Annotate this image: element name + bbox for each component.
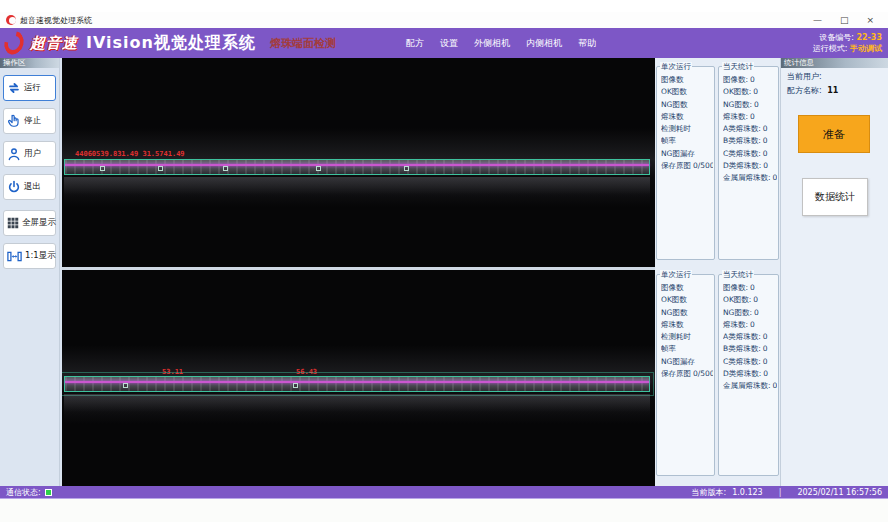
info-panel-caption: 统计信息 bbox=[781, 58, 888, 68]
menu-item[interactable]: 设置 bbox=[440, 37, 458, 50]
detection-marker bbox=[316, 166, 321, 171]
weld-strip-image bbox=[64, 159, 650, 175]
today-stats-groupbox: 当天统计 图像数:0OK图数:0NG图数:0熔珠数:0A类熔珠数:0B类熔珠数:… bbox=[718, 274, 779, 476]
laser-line bbox=[65, 164, 649, 166]
user-button-label: 用户 bbox=[24, 148, 41, 160]
fullscreen-button-label: 全屏显示 bbox=[22, 217, 56, 229]
stat-row: C类熔珠数:0 bbox=[723, 356, 777, 368]
comm-status-label: 通信状态: bbox=[6, 487, 41, 498]
stat-row: OK图数:0 bbox=[723, 294, 777, 306]
stat-row: OK图数 bbox=[661, 86, 713, 98]
main-menu: 配方设置外侧相机内侧相机帮助 bbox=[406, 37, 596, 50]
stop-button-label: 停止 bbox=[24, 115, 41, 127]
user-button[interactable]: 用户 bbox=[3, 141, 56, 167]
status-bar: 通信状态: 当前版本: 1.0.123 | 2025/02/11 16:57:5… bbox=[0, 486, 888, 499]
minimize-button[interactable]: — bbox=[813, 12, 822, 28]
stat-row: A类熔珠数:0 bbox=[723, 331, 777, 343]
one-to-one-button[interactable]: 1:1显示 bbox=[3, 243, 56, 269]
run-button[interactable]: 运行 bbox=[3, 75, 56, 101]
power-icon bbox=[7, 180, 21, 194]
menu-item[interactable]: 帮助 bbox=[578, 37, 596, 50]
strip-reflection bbox=[64, 394, 650, 424]
strip-reflection bbox=[64, 177, 650, 207]
one-to-one-icon bbox=[7, 250, 22, 263]
stop-hand-icon bbox=[7, 114, 21, 128]
exit-button-label: 退出 bbox=[24, 181, 41, 193]
exit-button[interactable]: 退出 bbox=[3, 174, 56, 200]
measurement-annotation: 53.11 bbox=[162, 368, 183, 376]
close-button[interactable]: × bbox=[866, 12, 874, 28]
menu-item[interactable]: 外侧相机 bbox=[474, 37, 510, 50]
brand-swoosh-icon bbox=[2, 32, 26, 54]
operation-sidebar: 操作区 运行 停止 用户 bbox=[0, 58, 60, 486]
detection-marker bbox=[158, 166, 163, 171]
user-icon bbox=[7, 147, 21, 161]
stat-row: B类熔珠数:0 bbox=[723, 343, 777, 355]
comm-status-indicator bbox=[45, 489, 52, 496]
stat-row: 帧率 bbox=[661, 343, 713, 355]
page-title: IVision视觉处理系统 bbox=[86, 33, 256, 54]
app-window: 超音速视觉处理系统 — □ × 超音速 IVision视觉处理系统 熔珠端面检测… bbox=[0, 0, 888, 522]
stat-row: NG图数:0 bbox=[723, 307, 777, 319]
run-button-label: 运行 bbox=[24, 82, 41, 94]
device-info: 设备编号: 22-33 运行模式: 手动调试 bbox=[813, 32, 882, 54]
stat-row: 保存原图0/500 bbox=[661, 160, 713, 172]
status-bar-right: 当前版本: 1.0.123 | 2025/02/11 16:57:56 bbox=[691, 487, 882, 498]
brand-name: 超音速 bbox=[30, 34, 78, 53]
stat-row: OK图数 bbox=[661, 294, 713, 306]
stat-row: 图像数 bbox=[661, 282, 713, 294]
stat-row: OK图数:0 bbox=[723, 86, 777, 98]
stats-section-bottom: 单次运行 图像数OK图数NG图数熔珠数检测耗时帧率NG图漏存保存原图0/500 … bbox=[655, 268, 780, 478]
menu-item[interactable]: 配方 bbox=[406, 37, 424, 50]
stat-row: 图像数:0 bbox=[723, 282, 777, 294]
data-statistics-button[interactable]: 数据统计 bbox=[802, 178, 868, 216]
recipe-name-value: 11 bbox=[827, 86, 838, 95]
stat-row: C类熔珠数:0 bbox=[723, 148, 777, 160]
laser-line bbox=[65, 381, 649, 383]
menu-item[interactable]: 内侧相机 bbox=[526, 37, 562, 50]
stat-row: 图像数:0 bbox=[723, 74, 777, 86]
stat-row: 熔珠数 bbox=[661, 319, 713, 331]
detection-marker bbox=[293, 383, 298, 388]
stop-button[interactable]: 停止 bbox=[3, 108, 56, 134]
recipe-name-row: 配方名称: 11 bbox=[781, 82, 888, 96]
statistics-info-panel: 统计信息 当前用户: 配方名称: 11 准备 数据统计 bbox=[780, 58, 888, 486]
camera-viewports: 44060539.831.49 31.5741.49 53.11 56.43 bbox=[62, 58, 655, 486]
stat-row: NG图数 bbox=[661, 99, 713, 111]
measurement-annotation: 44060539.831.49 31.5741.49 bbox=[75, 150, 185, 158]
camera-view-bottom[interactable]: 53.11 56.43 bbox=[62, 270, 655, 486]
detection-marker bbox=[123, 383, 128, 388]
datetime-value: 2025/02/11 16:57:56 bbox=[797, 488, 882, 497]
main-area: 操作区 运行 停止 用户 bbox=[0, 58, 888, 486]
fullscreen-button[interactable]: 全屏显示 bbox=[3, 210, 56, 236]
stat-row: NG图漏存 bbox=[661, 356, 713, 368]
run-icon bbox=[7, 81, 21, 95]
stat-row: 熔珠数:0 bbox=[723, 111, 777, 123]
stat-row: 熔珠数 bbox=[661, 111, 713, 123]
stat-row: D类熔珠数:0 bbox=[723, 160, 777, 172]
stats-section-top: 单次运行 图像数OK图数NG图数熔珠数检测耗时帧率NG图漏存保存原图0/500 … bbox=[655, 60, 780, 262]
prepare-button[interactable]: 准备 bbox=[798, 115, 870, 153]
stat-row: B类熔珠数:0 bbox=[723, 135, 777, 147]
weld-strip-image bbox=[64, 376, 650, 392]
stat-row: 检测耗时 bbox=[661, 123, 713, 135]
desktop-background bbox=[0, 499, 888, 522]
run-mode-value: 手动调试 bbox=[850, 44, 882, 53]
one-to-one-button-label: 1:1显示 bbox=[25, 250, 56, 262]
camera-view-top[interactable]: 44060539.831.49 31.5741.49 bbox=[62, 58, 655, 267]
single-run-groupbox: 单次运行 图像数OK图数NG图数熔珠数检测耗时帧率NG图漏存保存原图0/500 bbox=[656, 274, 715, 476]
current-user-row: 当前用户: bbox=[781, 68, 888, 82]
stat-row: 熔珠数:0 bbox=[723, 319, 777, 331]
stat-row: NG图数 bbox=[661, 307, 713, 319]
maximize-button[interactable]: □ bbox=[840, 12, 849, 28]
inspection-mode-title: 熔珠端面检测 bbox=[270, 36, 336, 51]
stat-row: 帧率 bbox=[661, 135, 713, 147]
stat-row: 金属屑熔珠数:0 bbox=[723, 172, 777, 184]
stat-row: 金属屑熔珠数:0 bbox=[723, 380, 777, 392]
status-separator: | bbox=[779, 488, 782, 497]
titlebar: 超音速视觉处理系统 — □ × bbox=[0, 12, 888, 28]
stat-row: D类熔珠数:0 bbox=[723, 368, 777, 380]
app-header: 超音速 IVision视觉处理系统 熔珠端面检测 配方设置外侧相机内侧相机帮助 … bbox=[0, 28, 888, 58]
run-mode-row: 运行模式: 手动调试 bbox=[813, 43, 882, 54]
detection-marker bbox=[100, 166, 105, 171]
